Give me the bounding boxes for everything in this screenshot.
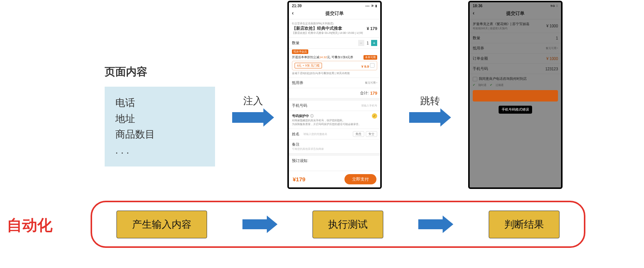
qty-value: 1 [364,41,371,45]
phone-placeholder: 请输入手机号 [361,104,377,108]
product-price: ¥ 179 [367,26,377,31]
back-icon[interactable]: ‹ [292,10,294,16]
page-content-item: 电话 [115,95,204,111]
protect-line1: 对商家隐藏您的真实手机号，保护您的隐私。 [292,119,377,122]
arrow-icon [242,216,277,233]
inject-label: 注入 [232,94,274,108]
remark-label: 备注 [292,142,377,147]
arrow-icon [418,216,453,233]
promo-text-a: 开通后本单折扣立减 [292,56,319,59]
status-bar: 21:39 ••• ⚞ ▮ [289,2,380,9]
nav-bar: ‹ 提交订单 [289,9,380,19]
nav-title: 提交订单 [325,11,344,16]
automation-label: 自动化 [7,215,53,236]
gender-pill-f[interactable]: 女士 [366,131,377,137]
name-placeholder: 请输入您的完整姓名 [303,132,351,136]
remark-placeholder: 可将您的其他要求告知商家 [292,147,377,151]
qty-stepper[interactable]: − 1 + [358,40,377,46]
name-label: 姓名 [292,132,300,137]
qty-minus-button[interactable]: − [358,40,364,46]
gender-pill-m[interactable]: 先生 [353,131,364,137]
navigate-arrow: 跳转 [409,94,451,128]
name-input-row[interactable]: 姓名 请输入您的完整姓名 先生 女士 [289,129,380,140]
top-flow-row: 页面内容 电话 地址 商品数目 . . . 注入 21:39 ••• ⚞ ▮ ‹… [0,0,644,192]
status-signal-icon: ••• ⚞ ▮ [365,4,377,8]
product-section: 行之堂养生足浴美肌SPA(大学路店) 【新店欢抢】经典中式推拿 ¥ 179 【新… [289,19,380,38]
number-protect-section: 号码保护中 ⓘ ✓ 对商家隐藏您的真实手机号，保护您的隐私。 为保障服务质量，开… [289,111,380,129]
footer-price: ¥179 [293,176,305,182]
error-toast: 手机号码格式错误 [499,106,532,114]
page-content-item: 地址 [115,111,204,127]
step-generate-input: 产生输入内容 [116,211,207,238]
page-content-box: 电话 地址 商品数目 . . . [105,87,215,167]
promo-note: 全城千店8折起|折扣与券可叠加使用 | 30天内有效 [292,71,377,75]
status-time: 21:39 [292,4,302,8]
product-sub: 【新店欢抢】经典中式推拿 03-29(明天) 14:00~15:00 | 1小时 [292,31,377,35]
member-tag: 玩乐卡会员 [292,49,308,54]
coupon-label: 抵用券 [292,80,303,86]
promo-checkbox[interactable] [370,63,375,68]
pay-button[interactable]: 立即支付 [344,174,376,184]
arrow-icon [409,108,451,127]
navigate-label: 跳转 [409,94,451,108]
coupon-row[interactable]: 抵用券 暂无可用 › [289,78,380,88]
total-label: 合计: [360,90,369,96]
total-row: 合计: 179 [289,88,380,98]
automation-flow: 产生输入内容 执行测试 判断结果 [91,201,585,248]
arrow-icon [232,108,274,127]
qty-plus-button[interactable]: + [371,40,377,46]
inject-arrow: 注入 [232,94,274,128]
phone-order-form: 21:39 ••• ⚞ ▮ ‹ 提交订单 行之堂养生足浴美肌SPA(大学路店) … [287,1,382,189]
footer-bar: ¥179 立即支付 [289,171,380,187]
promo-amount: 14.32 [319,56,327,59]
coupon-value: 暂无可用 › [365,81,377,85]
promo-price: ¥ 9.9 [361,65,369,68]
submit-button[interactable] [473,90,558,101]
protect-title: 号码保护中 ⓘ [292,114,314,119]
phone-error-state: 18:36 5G 􀛨 ‹ 提交订单 罗曼蒂克之夜《繁花锦》| 苏宁宝丽嘉 有效期… [468,1,563,189]
step-judge-result: 判断结果 [489,211,560,238]
quantity-row: 数量 − 1 + [289,38,380,49]
page-content-block: 页面内容 电话 地址 商品数目 . . . [105,65,215,167]
promo-left: 8元 + 5张 无门槛 [295,63,322,68]
phone-label: 手机号码 [292,103,307,108]
remark-row[interactable]: 备注 可将您的其他要求告知商家 [289,140,380,154]
total-value: 179 [370,91,377,95]
page-content-item: . . . [115,143,204,159]
phone-input-row[interactable]: 手机号码 请输入手机号 [289,101,380,111]
step-run-test: 执行测试 [312,211,383,238]
notice-label: 预订须知: [292,159,308,163]
page-content-item: 商品数目 [115,127,204,143]
qty-label: 数量 [292,40,300,46]
promo-box[interactable]: 8元 + 5张 无门槛 ¥ 9.9 [292,61,377,70]
protect-line2: 为保障服务质量，开启号码保护后您的通话可能会被录音。 [292,122,377,126]
protect-toggle-icon[interactable]: ✓ [372,113,377,119]
product-title: 【新店欢抢】经典中式推拿 [292,25,342,31]
member-promo-section: 玩乐卡会员 开通后本单折扣立减14.32元, 可叠加1张8元券 本单可用 8元 … [289,49,380,78]
promo-line: 开通后本单折扣立减14.32元, 可叠加1张8元券 本单可用 [292,55,377,59]
promo-text-b: 元, 可叠加1张8元券 [327,56,353,59]
page-content-title: 页面内容 [105,65,215,79]
shop-name: 行之堂养生足浴美肌SPA(大学路店) [292,22,377,25]
promo-badge: 本单可用 [363,55,377,60]
